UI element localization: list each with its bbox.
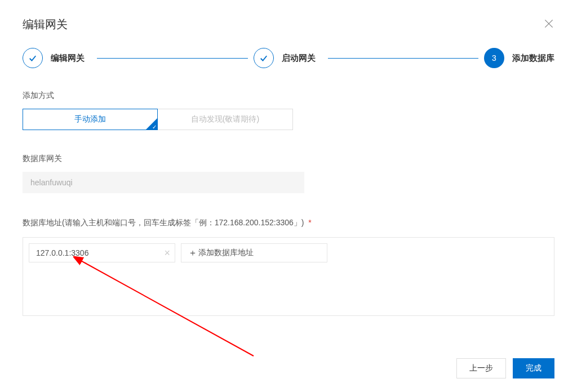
finish-button[interactable]: 完成 bbox=[513, 358, 554, 378]
mode-auto-button: 自动发现(敬请期待) bbox=[158, 109, 293, 130]
dialog-title: 编辑网关 bbox=[23, 17, 554, 32]
selected-check-icon: ✓ bbox=[152, 124, 157, 130]
add-mode-group: 手动添加 ✓ 自动发现(敬请期待) bbox=[23, 109, 554, 130]
mode-manual-button[interactable]: 手动添加 ✓ bbox=[23, 109, 158, 130]
prev-button[interactable]: 上一步 bbox=[456, 358, 506, 378]
db-address-container[interactable]: 127.0.0.1:3306 × ＋ 添加数据库地址 bbox=[23, 237, 554, 316]
close-button[interactable] bbox=[543, 18, 554, 29]
dialog-footer: 上一步 完成 bbox=[456, 358, 554, 378]
step-line-2 bbox=[328, 58, 479, 59]
check-icon bbox=[259, 53, 269, 63]
mode-auto-text: 自动发现(敬请期待) bbox=[191, 114, 259, 124]
plus-icon: ＋ bbox=[188, 247, 197, 259]
edit-gateway-dialog: 编辑网关 编辑网关 启动网关 3 添加数据库 添加方式 手动添加 ✓ bbox=[0, 0, 577, 392]
step-2-label: 启动网关 bbox=[282, 53, 316, 64]
step-1: 编辑网关 bbox=[23, 48, 85, 68]
step-2-circle bbox=[254, 48, 274, 68]
db-address-tag: 127.0.0.1:3306 × bbox=[29, 243, 175, 262]
db-address-section: 数据库地址(请输入主机和端口号，回车生成标签「例：172.168.200.152… bbox=[23, 218, 554, 316]
mode-manual-text: 手动添加 bbox=[74, 114, 106, 124]
db-address-tag-value: 127.0.0.1:3306 bbox=[36, 248, 88, 257]
prev-button-label: 上一步 bbox=[469, 363, 493, 373]
finish-button-label: 完成 bbox=[526, 363, 542, 373]
db-address-label: 数据库地址(请输入主机和端口号，回车生成标签「例：172.168.200.152… bbox=[23, 218, 554, 228]
db-address-label-text: 数据库地址(请输入主机和端口号，回车生成标签「例：172.168.200.152… bbox=[23, 218, 304, 227]
gateway-name-input bbox=[23, 172, 304, 193]
gateway-label: 数据库网关 bbox=[23, 154, 554, 164]
close-icon bbox=[543, 18, 554, 29]
step-line-1 bbox=[97, 58, 248, 59]
step-2: 启动网关 bbox=[254, 48, 316, 68]
tag-remove-button[interactable]: × bbox=[164, 247, 170, 259]
step-3: 3 添加数据库 bbox=[484, 48, 554, 68]
required-mark: * bbox=[308, 218, 311, 227]
step-3-label: 添加数据库 bbox=[512, 53, 554, 64]
step-3-circle: 3 bbox=[484, 48, 504, 68]
stepper: 编辑网关 启动网关 3 添加数据库 bbox=[23, 48, 554, 68]
db-address-placeholder: 添加数据库地址 bbox=[198, 248, 254, 258]
db-address-input[interactable]: ＋ 添加数据库地址 bbox=[181, 243, 327, 262]
add-mode-label: 添加方式 bbox=[23, 91, 554, 101]
step-1-circle bbox=[23, 48, 43, 68]
check-icon bbox=[28, 53, 38, 63]
step-1-label: 编辑网关 bbox=[51, 53, 85, 64]
